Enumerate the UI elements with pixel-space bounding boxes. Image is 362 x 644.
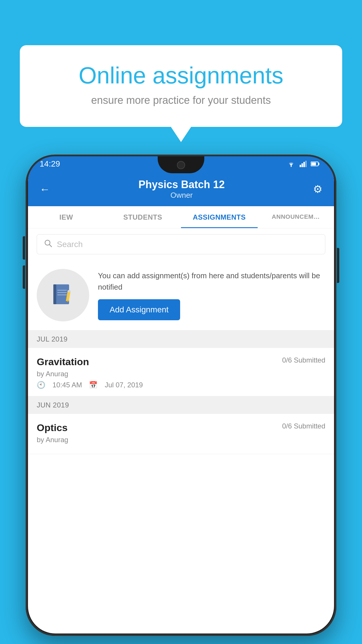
phone-frame: 14:29 — [26, 155, 336, 636]
batch-title: Physics Batch 12 — [50, 178, 313, 191]
promo-content: You can add assignment(s) from here and … — [98, 270, 325, 320]
tab-students[interactable]: STUDENTS — [105, 206, 181, 228]
svg-rect-11 — [55, 284, 69, 304]
phone-container: 14:29 — [26, 155, 336, 636]
assignment-submitted-optics: 0/6 Submitted — [282, 422, 325, 430]
speech-bubble-title: Online assignments — [43, 63, 319, 88]
status-time: 14:29 — [40, 159, 60, 169]
tab-assignments[interactable]: ASSIGNMENTS — [181, 206, 258, 228]
wifi-icon — [287, 161, 296, 167]
svg-rect-2 — [302, 163, 303, 167]
assignment-item-gravitation[interactable]: Gravitation 0/6 Submitted by Anurag 🕙 10… — [28, 348, 334, 396]
header-center: Physics Batch 12 Owner — [50, 178, 313, 200]
power-button[interactable] — [337, 248, 339, 283]
svg-point-0 — [291, 166, 292, 167]
battery-icon — [311, 161, 319, 167]
svg-rect-6 — [319, 163, 319, 165]
speech-bubble-subtitle: ensure more practice for your students — [43, 94, 319, 106]
assignment-time: 10:45 AM — [52, 381, 82, 389]
assignment-item-optics[interactable]: Optics 0/6 Submitted by Anurag — [28, 414, 334, 454]
phone-screen: 14:29 — [28, 155, 334, 634]
search-container: Search — [28, 228, 334, 260]
status-icons — [287, 161, 319, 167]
notebook-icon — [50, 282, 76, 308]
search-box[interactable]: Search — [37, 234, 325, 254]
assignment-author: by Anurag — [37, 370, 325, 378]
notch — [158, 155, 204, 173]
promo-icon-circle — [37, 269, 89, 321]
svg-line-9 — [50, 245, 52, 247]
signal-icon — [300, 161, 307, 167]
clock-icon: 🕙 — [37, 381, 45, 389]
section-header-jul: JUL 2019 — [28, 330, 334, 348]
status-bar: 14:29 — [28, 155, 334, 173]
assignment-author-optics: by Anurag — [37, 436, 325, 444]
assignment-top: Gravitation 0/6 Submitted — [37, 356, 325, 368]
svg-rect-7 — [311, 162, 316, 165]
app-header: ← Physics Batch 12 Owner ⚙ — [28, 173, 334, 206]
section-header-jun: JUN 2019 — [28, 396, 334, 414]
assignment-date: Jul 07, 2019 — [105, 381, 143, 389]
svg-rect-4 — [305, 161, 307, 167]
assignment-datetime: 🕙 10:45 AM 📅 Jul 07, 2019 — [37, 381, 325, 389]
add-assignment-button[interactable]: Add Assignment — [98, 299, 180, 320]
assignment-name-optics: Optics — [37, 422, 68, 433]
tab-announcements[interactable]: ANNOUNCEM… — [258, 206, 334, 228]
assignment-top-optics: Optics 0/6 Submitted — [37, 422, 325, 433]
search-icon — [44, 239, 52, 249]
tab-iew[interactable]: IEW — [28, 206, 105, 228]
tabs-bar: IEW STUDENTS ASSIGNMENTS ANNOUNCEM… — [28, 206, 334, 228]
assignment-name: Gravitation — [37, 356, 89, 368]
volume-up-button[interactable] — [23, 236, 25, 260]
promo-description: You can add assignment(s) from here and … — [98, 270, 325, 293]
back-button[interactable]: ← — [40, 183, 50, 195]
svg-rect-3 — [303, 162, 305, 167]
batch-role: Owner — [50, 191, 313, 200]
assignment-submitted: 0/6 Submitted — [282, 356, 325, 364]
settings-icon[interactable]: ⚙ — [313, 183, 322, 195]
calendar-icon: 📅 — [89, 381, 98, 389]
volume-down-button[interactable] — [23, 265, 25, 289]
speech-bubble: Online assignments ensure more practice … — [20, 45, 342, 127]
search-placeholder: Search — [57, 240, 83, 249]
front-camera — [177, 161, 185, 169]
svg-rect-12 — [53, 284, 56, 304]
promo-section: You can add assignment(s) from here and … — [28, 260, 334, 330]
speech-bubble-container: Online assignments ensure more practice … — [20, 45, 342, 127]
svg-rect-1 — [300, 165, 301, 167]
